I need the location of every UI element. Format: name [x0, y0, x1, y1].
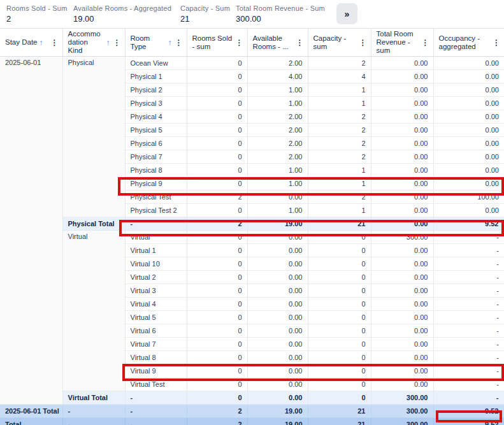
cell-capacity: 1 [308, 97, 371, 110]
cell-occupancy: - [433, 338, 504, 351]
column-header-total-room-revenue-sum[interactable]: Total Room Revenue - sum⋮ [371, 29, 433, 57]
cell-capacity: 21 [308, 405, 371, 418]
cell-occupancy: 0.00 [433, 70, 504, 83]
cell-capacity: 1 [308, 177, 371, 191]
cell-total-room-revenue: 0.00 [371, 217, 433, 231]
kpi-label: Available Rooms - Aggregated [73, 4, 171, 13]
cell-total-room-revenue: 300.00 [371, 405, 433, 418]
cell-capacity: 1 [308, 204, 371, 217]
cell-accommodation-kind: Virtual Total [62, 391, 125, 405]
cell-capacity: 0 [308, 364, 371, 378]
cell-occupancy: - [433, 271, 504, 284]
expand-kpis-button[interactable]: » [336, 3, 357, 24]
cell-room-type: Physical 8 [125, 164, 187, 177]
cell-capacity: 0 [308, 311, 371, 324]
cell-room-type: Physical Test 2 [125, 204, 187, 217]
cell-available-rooms: 0.00 [247, 351, 308, 364]
cell-room-type: Virtual 9 [125, 364, 187, 378]
cell-occupancy: 0.00 [433, 110, 504, 124]
cell-total-room-revenue: 0.00 [371, 324, 433, 338]
cell-occupancy: - [433, 298, 504, 311]
column-menu-icon[interactable]: ⋮ [50, 39, 60, 47]
cell-occupancy: 0.00 [433, 137, 504, 150]
column-header-rooms-sold-sum[interactable]: Rooms Sold - sum⋮ [187, 29, 247, 57]
kpi-summary-bar: Rooms Sold - Sum 2 Available Rooms - Agg… [0, 0, 504, 28]
cell-room-type: Virtual 10 [125, 257, 187, 271]
cell-occupancy: - [433, 378, 504, 391]
cell-accommodation-kind: Physical [62, 57, 125, 217]
column-header-room-type[interactable]: Room Type↑⋮ [125, 29, 187, 57]
cell-total-room-revenue: 0.00 [371, 150, 433, 164]
cell-capacity: 0 [308, 244, 371, 257]
cell-capacity: 0 [308, 351, 371, 364]
cell-room-type: Virtual 7 [125, 338, 187, 351]
column-menu-icon[interactable]: ⋮ [491, 39, 501, 47]
cell-room-type: Physical 4 [125, 110, 187, 124]
cell-capacity: 2 [308, 124, 371, 137]
cell-occupancy: 9.52 [433, 405, 504, 418]
cell-capacity: 0 [308, 298, 371, 311]
cell-capacity: 0 [308, 324, 371, 338]
column-menu-icon[interactable]: ⋮ [295, 39, 305, 47]
sort-ascending-icon: ↑ [106, 38, 110, 47]
table-row: VirtualVirtual00.000300.00- [0, 231, 504, 244]
pivot-grid-view: Rooms Sold - Sum 2 Available Rooms - Agg… [0, 0, 504, 425]
column-header-stay-date[interactable]: Stay Date↑⋮ [0, 29, 62, 57]
column-header-capacity-sum[interactable]: Capacity - sum⋮ [308, 29, 371, 57]
column-header-occupancy-aggregated[interactable]: Occupancy - aggregated⋮ [433, 29, 504, 57]
cell-available-rooms: 1.00 [247, 177, 308, 191]
cell-room-type: Virtual [125, 231, 187, 244]
table-row: 2025-06-01PhysicalOcean View02.0020.000.… [0, 57, 504, 70]
kpi-label: Rooms Sold - Sum [6, 4, 68, 13]
cell-accommodation-kind: Virtual [62, 231, 125, 391]
cell-occupancy: 0.00 [433, 124, 504, 137]
table-row-grandtotal: Total--219.0021300.009.52 [0, 418, 504, 425]
column-header-available-rooms[interactable]: Available Rooms - ...⋮ [247, 29, 308, 57]
cell-available-rooms: 0.00 [247, 391, 308, 405]
cell-available-rooms: 0.00 [247, 338, 308, 351]
cell-room-type: Physical 1 [125, 70, 187, 83]
column-menu-icon[interactable]: ⋮ [234, 39, 245, 47]
cell-occupancy: 9.52 [433, 418, 504, 425]
cell-occupancy: 0.00 [433, 204, 504, 217]
cell-total-room-revenue: 0.00 [371, 164, 433, 177]
cell-rooms-sold: 0 [187, 204, 247, 217]
cell-capacity: 2 [308, 57, 371, 70]
cell-total-room-revenue: 0.00 [371, 284, 433, 298]
cell-rooms-sold: 0 [187, 164, 247, 177]
column-menu-icon[interactable]: ⋮ [174, 39, 184, 47]
column-menu-icon[interactable]: ⋮ [358, 39, 368, 47]
cell-stay-date: 2025-06-01 Total [0, 405, 62, 418]
cell-total-room-revenue: 0.00 [371, 257, 433, 271]
cell-rooms-sold: 0 [187, 97, 247, 110]
cell-room-type: Virtual 2 [125, 271, 187, 284]
cell-room-type: Virtual 8 [125, 351, 187, 364]
table-row-subtotal: Physical Total-219.00210.009.52 [0, 217, 504, 231]
cell-available-rooms: 19.00 [247, 405, 308, 418]
cell-rooms-sold: 0 [187, 150, 247, 164]
cell-total-room-revenue: 0.00 [371, 378, 433, 391]
cell-available-rooms: 4.00 [247, 70, 308, 83]
kpi-card-total-room-revenue: Total Room Revenue - Sum 300.00 [236, 4, 325, 24]
cell-rooms-sold: 0 [187, 244, 247, 257]
cell-rooms-sold: 0 [187, 364, 247, 378]
cell-room-type: Virtual 3 [125, 284, 187, 298]
cell-total-room-revenue: 0.00 [371, 110, 433, 124]
kpi-card-available-rooms: Available Rooms - Aggregated 19.00 [73, 4, 171, 24]
cell-room-type: - [125, 405, 187, 418]
cell-available-rooms: 0.00 [247, 378, 308, 391]
cell-occupancy: 0.00 [433, 57, 504, 70]
column-menu-icon[interactable]: ⋮ [421, 39, 431, 47]
cell-total-room-revenue: 0.00 [371, 97, 433, 110]
column-menu-icon[interactable]: ⋮ [112, 39, 122, 47]
cell-occupancy: - [433, 244, 504, 257]
cell-rooms-sold: 0 [187, 391, 247, 405]
cell-available-rooms: 19.00 [247, 418, 308, 425]
cell-available-rooms: 1.00 [247, 204, 308, 217]
column-header-accommodation-kind[interactable]: Accommodation Kind↑⋮ [62, 29, 125, 57]
cell-total-room-revenue: 0.00 [371, 298, 433, 311]
cell-capacity: 21 [308, 217, 371, 231]
cell-occupancy: 0.00 [433, 177, 504, 191]
cell-total-room-revenue: 0.00 [371, 83, 433, 97]
cell-capacity: 0 [308, 338, 371, 351]
